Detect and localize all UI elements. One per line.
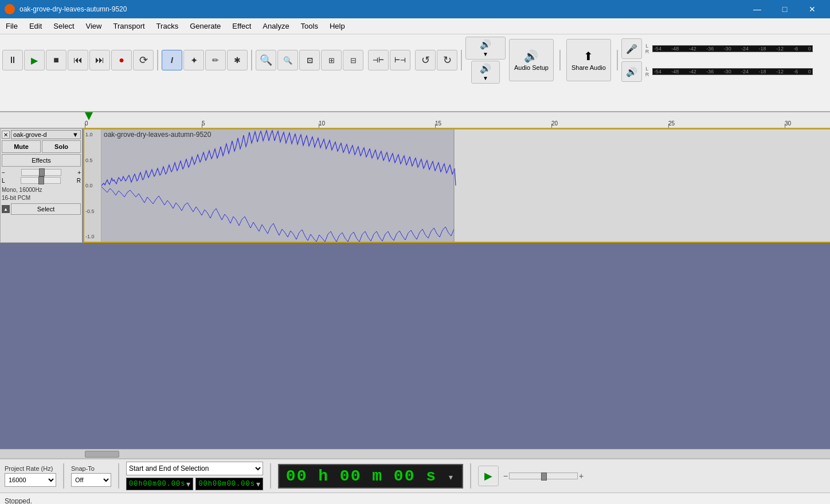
loop-button[interactable]: ⟳: [133, 50, 154, 70]
menu-select[interactable]: Select: [48, 19, 80, 33]
vu-lr-p: LR: [644, 66, 650, 77]
track-area: ✕ oak-grove-d ▼ Mute Solo Effects − + L …: [0, 128, 830, 243]
minimize-button[interactable]: —: [744, 0, 770, 18]
silence-button[interactable]: ⊢⊣: [390, 50, 410, 70]
skip-back-button[interactable]: ⏮: [68, 50, 88, 70]
pan-thumb[interactable]: [38, 176, 44, 184]
gain-thumb[interactable]: [39, 168, 45, 176]
time-ruler: 0 5 10 15 20 25 30: [0, 112, 830, 128]
time-end-dropdown[interactable]: ▾: [256, 479, 260, 489]
app-icon: [5, 4, 15, 14]
select-tool-button[interactable]: I: [162, 50, 182, 70]
menu-transport[interactable]: Transport: [107, 19, 150, 33]
track-header: ✕ oak-grove-d ▼: [2, 130, 81, 139]
horizontal-scrollbar[interactable]: [0, 449, 830, 458]
speaker-label-2: ▼: [483, 75, 488, 81]
snap-to-select[interactable]: Off Bar Beat: [71, 473, 111, 487]
track-info-line1: Mono, 16000Hz: [2, 186, 81, 194]
share-audio-button[interactable]: ⬆ Share Audio: [566, 39, 611, 81]
track-name-text: oak-grove-d: [13, 131, 47, 138]
selection-section: Start and End of Selection Start and Len…: [126, 462, 263, 490]
waveform-area[interactable]: 1.0 0.5 0.0 -0.5 -1.0 oak-grove-dry-leav…: [83, 128, 830, 243]
maximize-button[interactable]: □: [772, 0, 798, 18]
time-start-display[interactable]: 00h00m00.00s ▾: [126, 478, 193, 490]
track-info-line2: 16-bit PCM: [2, 194, 81, 202]
track-mute-solo: Mute Solo: [2, 140, 81, 153]
toolbar-row-1: ⏸ ▶ ■ ⏮ ⏭ ● ⟳ I ✦ ✏ ✱ 🔍 🔍 ⊡ ⊞ ⊟ ⊣⊢ ⊢⊣ ↺ …: [0, 36, 830, 85]
solo-button[interactable]: Solo: [42, 140, 81, 153]
share-audio-label: Share Audio: [571, 64, 606, 71]
time-start-text: 00h00m00.00s: [129, 480, 185, 488]
speaker-device-button[interactable]: 🔊 ▼: [465, 37, 506, 60]
time-inputs: 00h00m00.00s ▾ 00h00m00.00s ▾: [126, 478, 263, 490]
track-expand-button[interactable]: ▲: [2, 205, 10, 213]
zoom-reset-button[interactable]: ⊟: [343, 50, 363, 70]
menu-edit[interactable]: Edit: [24, 19, 48, 33]
zoom-fit-button[interactable]: ⊡: [299, 50, 320, 70]
speed-plus[interactable]: +: [579, 471, 584, 481]
audio-setup-button[interactable]: 🔊 Audio Setup: [509, 39, 554, 81]
time-start-dropdown[interactable]: ▾: [186, 479, 190, 489]
waveform-svg[interactable]: [101, 129, 830, 242]
speed-minus[interactable]: −: [503, 471, 508, 481]
project-rate-select[interactable]: 16000 8000 22050 44100 48000: [5, 473, 56, 487]
titlebar: oak-grove-dry-leaves-autumn-9520 — □ ✕: [0, 0, 830, 18]
speed-slider[interactable]: [509, 472, 578, 479]
speed-control: − +: [503, 471, 584, 481]
ruler-label-30: 30: [785, 120, 791, 127]
menu-help[interactable]: Help: [324, 19, 351, 33]
redo-button[interactable]: ↻: [437, 50, 457, 70]
mic-button[interactable]: 🎤: [621, 38, 642, 59]
select-button[interactable]: Select: [11, 203, 81, 215]
effects-button[interactable]: Effects: [2, 154, 81, 167]
gain-minus: −: [2, 170, 5, 176]
window-title: oak-grove-dry-leaves-autumn-9520: [19, 5, 127, 13]
zoom-out-button[interactable]: 🔍: [277, 50, 298, 70]
draw-tool-button[interactable]: ✏: [205, 50, 226, 70]
gain-slider[interactable]: [21, 169, 61, 176]
track-close-button[interactable]: ✕: [2, 131, 10, 139]
big-time-dropdown[interactable]: ▾: [448, 472, 455, 483]
svg-rect-0: [101, 129, 454, 242]
menu-generate[interactable]: Generate: [184, 19, 226, 33]
tick-0: [85, 124, 85, 128]
record-button[interactable]: ●: [111, 50, 132, 70]
y-0.5: 0.5: [85, 158, 100, 163]
track-name-button[interactable]: oak-grove-d ▼: [11, 130, 81, 139]
menu-tools[interactable]: Tools: [295, 19, 324, 33]
undo-button[interactable]: ↺: [415, 50, 436, 70]
speaker-device-button-2[interactable]: 🔊 ▼: [471, 61, 500, 84]
stop-button[interactable]: ■: [46, 50, 66, 70]
menu-analyze[interactable]: Analyze: [257, 19, 295, 33]
zoom-selection-button[interactable]: ⊞: [321, 50, 342, 70]
speaker-btn[interactable]: 🔊: [621, 61, 642, 82]
speed-thumb[interactable]: [541, 472, 547, 481]
playback-play-button[interactable]: ▶: [478, 466, 499, 486]
pause-button[interactable]: ⏸: [2, 50, 23, 70]
menu-view[interactable]: View: [80, 19, 108, 33]
menu-file[interactable]: File: [0, 19, 24, 33]
lower-area: [0, 243, 830, 449]
track-info: Mono, 16000Hz 16-bit PCM: [2, 186, 81, 202]
project-rate-label: Project Rate (Hz): [5, 465, 56, 472]
menu-effect[interactable]: Effect: [226, 19, 257, 33]
selection-mode-select[interactable]: Start and End of Selection Start and Len…: [126, 462, 263, 475]
time-end-display[interactable]: 00h00m00.00s ▾: [195, 478, 263, 490]
mute-button[interactable]: Mute: [2, 140, 41, 153]
speaker-icon-2: 🔊: [480, 63, 491, 74]
skip-forward-button[interactable]: ⏭: [89, 50, 110, 70]
close-button[interactable]: ✕: [799, 0, 825, 18]
zoom-in-button[interactable]: 🔍: [256, 50, 276, 70]
y--0.5: -0.5: [85, 208, 100, 214]
envelope-tool-button[interactable]: ✦: [183, 50, 204, 70]
play-button[interactable]: ▶: [24, 50, 45, 70]
sep-4: [559, 50, 561, 70]
gain-row: − +: [2, 169, 81, 176]
speaker-icon: 🔊: [480, 39, 491, 50]
pan-slider[interactable]: [21, 177, 61, 184]
snap-to-label: Snap-To: [71, 465, 111, 472]
trim-button[interactable]: ⊣⊢: [368, 50, 389, 70]
menu-tracks[interactable]: Tracks: [151, 19, 185, 33]
multi-tool-button[interactable]: ✱: [227, 50, 248, 70]
hscroll-thumb[interactable]: [85, 451, 119, 458]
